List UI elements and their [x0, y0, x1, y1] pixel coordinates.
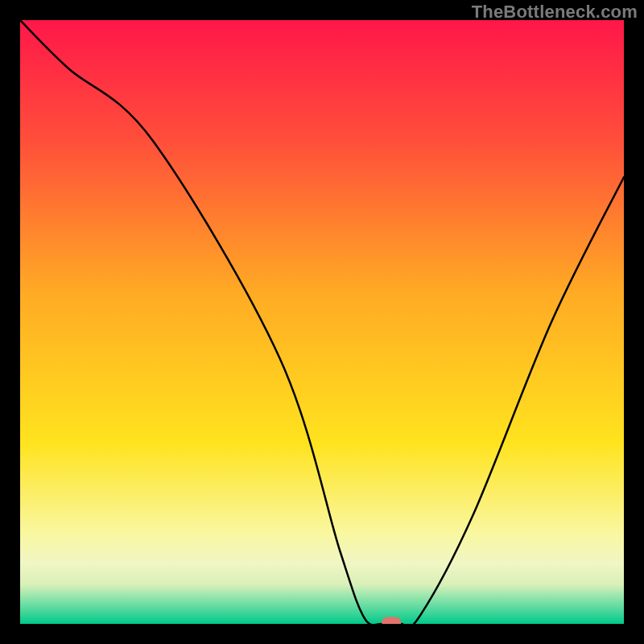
- chart-frame: TheBottleneck.com: [0, 0, 644, 644]
- chart-svg: [20, 20, 624, 624]
- chart-background: [20, 20, 624, 624]
- watermark-text: TheBottleneck.com: [472, 2, 638, 23]
- optimum-marker: [382, 617, 401, 625]
- plot-area: [20, 20, 624, 624]
